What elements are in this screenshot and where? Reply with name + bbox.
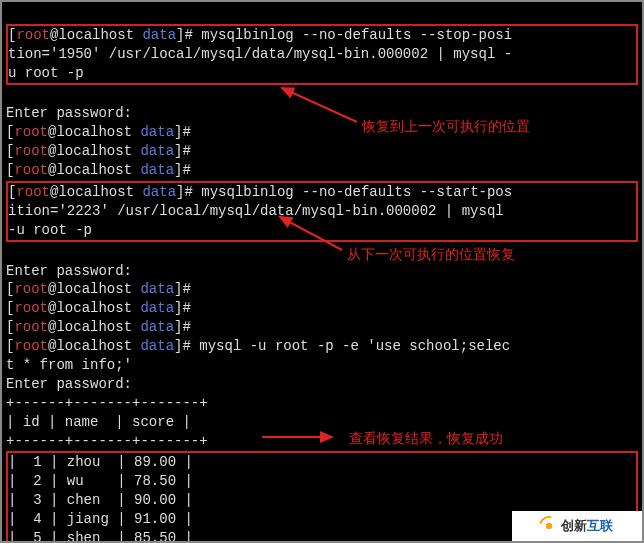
table-row: | 3 | chen | 90.00 | (8, 492, 193, 508)
table-row: | 5 | shen | 85.50 | (8, 530, 193, 543)
watermark-badge: 创新互联 (512, 511, 642, 541)
password-prompt: Enter password: (6, 376, 132, 392)
table-row: | 1 | zhou | 89.00 | (8, 454, 193, 470)
password-prompt: Enter password: (6, 105, 132, 121)
table-sep: +------+-------+-------+ (6, 433, 208, 449)
terminal-output: [root@localhost data]# mysqlbinlog --no-… (2, 2, 642, 543)
prompt-line: [root@localhost data]# (6, 319, 191, 335)
annotation-1: 恢复到上一次可执行的位置 (362, 117, 530, 136)
command-box-1: [root@localhost data]# mysqlbinlog --no-… (6, 24, 638, 85)
password-prompt: Enter password: (6, 263, 132, 279)
prompt-line: [root@localhost data]# (8, 27, 193, 43)
watermark-text-1: 创新 (561, 517, 587, 535)
annotation-2: 从下一次可执行的位置恢复 (347, 245, 515, 264)
prompt-line: [root@localhost data]# (6, 124, 191, 140)
watermark-logo-icon (541, 518, 557, 534)
prompt-line: [root@localhost data]# (6, 143, 191, 159)
table-row: | 2 | wu | 78.50 | (8, 473, 193, 489)
annotation-3: 查看恢复结果，恢复成功 (349, 429, 503, 448)
prompt-line: [root@localhost data]# (6, 162, 191, 178)
prompt-line: [root@localhost data]# (6, 338, 191, 354)
prompt-line: [root@localhost data]# (8, 184, 193, 200)
prompt-line: [root@localhost data]# (6, 281, 191, 297)
table-sep: +------+-------+-------+ (6, 395, 208, 411)
table-row: | 4 | jiang | 91.00 | (8, 511, 193, 527)
command-box-2: [root@localhost data]# mysqlbinlog --no-… (6, 181, 638, 242)
table-head: | id | name | score | (6, 414, 191, 430)
prompt-line: [root@localhost data]# (6, 300, 191, 316)
watermark-text-2: 互联 (587, 517, 613, 535)
